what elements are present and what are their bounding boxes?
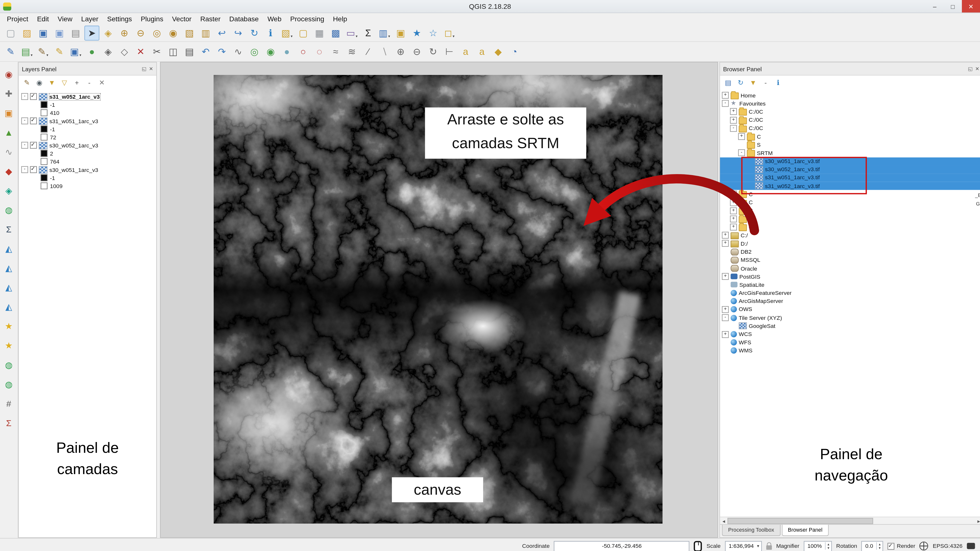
project-save-as-icon[interactable]: ▣ [52, 25, 67, 40]
diagram-icon[interactable]: ◔ [507, 44, 522, 59]
capture-icon[interactable]: ▣ [1, 106, 17, 121]
scroll-right-icon[interactable]: ► [975, 519, 980, 523]
zoom-in-icon[interactable]: ⊕ [117, 25, 132, 40]
print-composer-icon[interactable]: ▤ [68, 25, 83, 40]
collapse-icon[interactable] [21, 142, 28, 149]
expander-icon[interactable]: + [722, 240, 729, 247]
reshape-features-icon[interactable]: ≈ [328, 44, 343, 59]
dock-tab[interactable]: Processing Toolbox [722, 525, 780, 536]
pan-tool-icon[interactable]: ◈ [101, 25, 116, 40]
browser-tree-item[interactable]: + OWS [720, 305, 980, 314]
manage-map-themes-icon[interactable]: ◉ [34, 78, 45, 87]
menu-item[interactable]: Layer [77, 14, 103, 23]
scroll-left-icon[interactable]: ◄ [720, 519, 728, 523]
cut-features-icon[interactable]: ✂ [150, 44, 164, 59]
copy-features-icon[interactable]: ◫ [165, 44, 181, 59]
select-tool-icon[interactable]: ➤ [84, 25, 99, 40]
attribute-table-icon[interactable]: ▦ [312, 25, 327, 40]
browser-tree-item[interactable]: DB2 [720, 248, 980, 256]
star-plugin-icon[interactable]: ★ [1, 319, 17, 333]
layer-checkbox[interactable] [30, 142, 37, 149]
split-parts-icon[interactable]: ∖ [377, 44, 392, 59]
browser-tree-item[interactable]: ArcGisMapServer [720, 297, 980, 305]
expander-icon[interactable]: + [730, 191, 737, 198]
expander-icon[interactable]: + [730, 199, 737, 206]
expander-icon[interactable]: + [730, 207, 737, 214]
offset-curve-icon[interactable]: ≋ [344, 44, 360, 59]
filter-legend-icon[interactable]: ▼ [47, 78, 57, 87]
browser-tree-item[interactable]: s31_w052_1arc_v3.tif [720, 182, 980, 190]
collapse-icon[interactable] [21, 118, 28, 124]
collapse-all-icon[interactable]: - [84, 78, 94, 87]
browser-tree-item[interactable]: + C:/0C [720, 108, 980, 116]
layer-item[interactable]: s30_w051_1arc_v3 [19, 165, 156, 174]
deselect-icon[interactable]: ▢ [296, 25, 311, 40]
menu-item[interactable]: Web [263, 14, 286, 23]
zoom-selection-icon[interactable]: ▧ [182, 25, 197, 40]
annotation-icon[interactable]: ◻ ▾ [442, 25, 457, 40]
current-edits-icon[interactable]: ✎ ▾ [35, 44, 51, 59]
profile-tool4-icon[interactable]: ◭ [1, 299, 17, 314]
lock-scale-icon[interactable] [766, 545, 772, 549]
measure-icon[interactable]: ▭ ▾ [344, 25, 360, 40]
browser-tree-item[interactable]: + Home [720, 91, 980, 99]
globe-plugin-icon[interactable]: ◍ [1, 203, 17, 218]
expander-icon[interactable]: - [722, 100, 729, 107]
menu-item[interactable]: Help [329, 14, 351, 23]
browser-tree-item[interactable]: GoogleSat [720, 322, 980, 330]
remove-layer-icon[interactable]: ✕ [97, 78, 107, 87]
browser-tree-item[interactable]: s31_w051_1arc_v3.tif [720, 174, 980, 182]
merge-attributes-icon[interactable]: ⊖ [409, 44, 424, 59]
profile-tool-icon[interactable]: ◭ [1, 241, 17, 256]
menu-item[interactable]: Raster [196, 14, 225, 23]
add-part-icon[interactable]: ◉ [263, 44, 278, 59]
expander-icon[interactable]: + [722, 306, 729, 313]
new-bookmark-icon[interactable]: ★ [409, 25, 424, 40]
layer-item[interactable]: s31_w052_1arc_v3 [19, 92, 156, 101]
split-features-icon[interactable]: ∕ [361, 44, 375, 59]
layer-item[interactable]: s30_w052_1arc_v3 [19, 141, 156, 149]
add-ring-icon[interactable]: ◎ [247, 44, 262, 59]
expander-icon[interactable]: + [722, 331, 729, 338]
project-open-icon[interactable]: ▨ [19, 25, 34, 40]
terrain-plugin-icon[interactable]: ▲ [1, 125, 17, 140]
fill-ring-icon[interactable]: ● [279, 44, 294, 59]
browser-tree-item[interactable]: s30_w051_1arc_v3.tif [720, 157, 980, 165]
profile-tool3-icon[interactable]: ◭ [1, 280, 17, 295]
browser-tree-item[interactable]: WFS [720, 338, 980, 347]
menu-item[interactable]: Settings [103, 14, 136, 23]
scale-combo[interactable]: 1:636,994 ▼ [725, 541, 762, 551]
field-calculator-icon[interactable]: ▩ [328, 25, 343, 40]
delete-ring-icon[interactable]: ○ [296, 44, 311, 59]
statistical-summary-icon[interactable]: ▥ ▾ [377, 25, 392, 40]
node-tool-icon[interactable]: ◇ [117, 44, 132, 59]
zoom-native-icon[interactable]: ◎ [150, 25, 164, 40]
map-canvas[interactable]: Arraste e solte as camadas SRTM canvas [160, 62, 718, 538]
browser-tree-item[interactable]: WMS [720, 346, 980, 355]
zoom-next-icon[interactable]: ↪ [231, 25, 245, 40]
route-plugin-icon[interactable]: ∿ [1, 144, 17, 159]
expander-icon[interactable]: - [730, 125, 737, 132]
dock-tab[interactable]: Browser Panel [781, 525, 829, 536]
browser-tree-item[interactable]: SpatiaLite [720, 281, 980, 289]
zoom-full-icon[interactable]: ◉ [165, 25, 181, 40]
panel-splitter[interactable] [157, 62, 160, 538]
layer-checkbox[interactable] [30, 118, 37, 124]
show-bookmarks-icon[interactable]: ☆ [426, 25, 441, 40]
float-panel-icon[interactable]: ◱ [968, 66, 973, 71]
browser-tree-item[interactable]: - SRTM [720, 149, 980, 157]
layer-styling-icon[interactable]: ✎ [3, 44, 18, 59]
plugin-wrench-icon[interactable]: ✚ [1, 86, 17, 101]
expander-icon[interactable]: - [722, 314, 729, 321]
filter-expression-icon[interactable]: ▽ [59, 78, 69, 87]
zoom-out-icon[interactable]: ⊖ [133, 25, 148, 40]
simplify-feature-icon[interactable]: ∿ [231, 44, 245, 59]
refresh-icon[interactable]: ↻ [247, 25, 262, 40]
expander-icon[interactable]: + [730, 117, 737, 124]
delete-selected-icon[interactable]: ✕ [133, 44, 148, 59]
identify-icon[interactable]: ℹ [263, 25, 278, 40]
refresh-browser-icon[interactable]: ↻ [736, 78, 746, 87]
browser-tree-item[interactable]: - Favourites [720, 99, 980, 108]
browser-tree-item[interactable]: + C [720, 215, 980, 223]
sigma-red-icon[interactable]: Σ [1, 415, 17, 430]
